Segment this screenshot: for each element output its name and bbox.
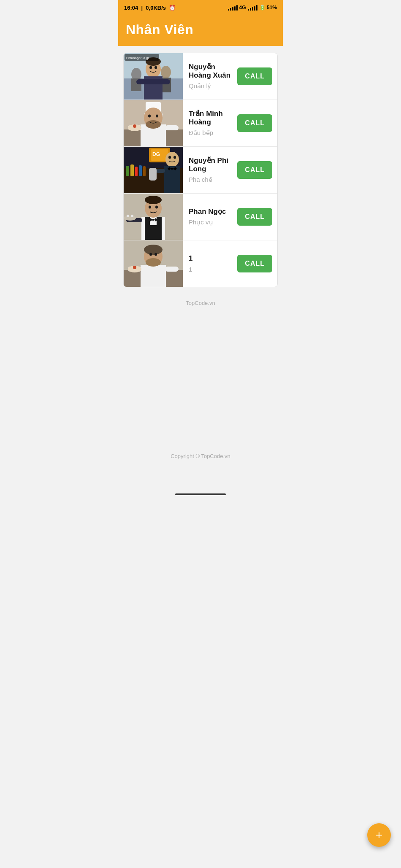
employee-photo-2 [124, 100, 183, 146]
employee-photo-5 [124, 240, 183, 287]
employee-row: DG [124, 147, 277, 194]
status-network: 0,0KB/s [146, 5, 166, 11]
employee-photo-1: r manager là gì [124, 53, 183, 100]
svg-point-22 [146, 120, 161, 129]
svg-text:DG: DG [152, 151, 160, 157]
svg-point-62 [127, 215, 129, 217]
network-type: 4G [239, 5, 246, 11]
svg-point-23 [148, 115, 151, 118]
svg-rect-36 [135, 167, 138, 176]
svg-point-24 [156, 115, 158, 118]
signal-icon-2 [248, 5, 257, 11]
employee-name-4: Phan Ngọc [189, 208, 233, 216]
call-button-5[interactable]: CALL [237, 255, 272, 272]
employee-info-1: Nguyễn Hoàng Xuân Quản lý [183, 58, 237, 95]
svg-rect-35 [130, 164, 134, 176]
svg-point-39 [165, 152, 179, 167]
employee-info-5: 1 1 [183, 249, 237, 278]
svg-point-45 [173, 156, 176, 159]
employee-role-5: 1 [189, 266, 233, 273]
employee-role-1: Quản lý [189, 82, 233, 90]
employee-info-4: Phan Ngọc Phục vụ [183, 202, 237, 231]
call-button-4[interactable]: CALL [237, 208, 272, 226]
svg-point-68 [144, 245, 163, 255]
svg-rect-37 [139, 165, 142, 176]
employee-name-3: Nguyễn Phi Long [189, 156, 233, 174]
call-button-3[interactable]: CALL [237, 161, 272, 179]
employee-row: 1 1 CALL [124, 240, 277, 287]
svg-rect-47 [149, 168, 157, 181]
svg-point-76 [133, 266, 136, 269]
copyright-text: Copyright © TopCode.vn [171, 453, 230, 459]
svg-rect-69 [141, 265, 166, 287]
brand-footer: TopCode.vn [123, 287, 278, 310]
status-time: 16:04 [124, 5, 138, 11]
status-bar: 16:04 | 0,0KB/s ⏰ 4G 🔋 51% [118, 0, 283, 15]
svg-point-11 [154, 66, 157, 69]
battery-indicator: 🔋 51% [259, 5, 277, 11]
employee-row: Trần Minh Hoàng Đầu bếp CALL [124, 100, 277, 147]
svg-rect-40 [164, 166, 180, 193]
svg-point-44 [168, 156, 171, 159]
status-right: 4G 🔋 51% [228, 5, 277, 11]
empty-space [118, 317, 283, 444]
employee-info-3: Nguyễn Phi Long Pha chế [183, 151, 237, 189]
home-indicator [175, 493, 226, 495]
svg-point-72 [146, 258, 161, 267]
svg-point-10 [149, 66, 152, 69]
employee-info-2: Trần Minh Hoàng Đầu bếp [183, 105, 237, 142]
employee-role-3: Pha chế [189, 176, 233, 183]
svg-point-59 [155, 206, 158, 209]
employee-photo-4 [124, 194, 183, 240]
employee-name-5: 1 [189, 254, 233, 263]
svg-point-28 [133, 124, 136, 128]
employee-card: r manager là gì Nguyễn Hoàng Xuân Quản l… [123, 53, 278, 287]
status-time-network: 16:04 | 0,0KB/s ⏰ [124, 5, 176, 11]
svg-rect-43 [171, 168, 173, 170]
svg-rect-38 [143, 166, 146, 176]
svg-rect-55 [152, 219, 154, 221]
svg-point-71 [154, 253, 157, 256]
page-title: Nhân Viên [126, 22, 275, 38]
svg-rect-46 [156, 169, 165, 173]
brand-label: TopCode.vn [186, 300, 215, 306]
svg-point-63 [131, 215, 133, 217]
svg-point-57 [145, 196, 162, 204]
svg-point-61 [124, 216, 136, 221]
svg-rect-34 [126, 166, 129, 176]
svg-rect-74 [165, 267, 179, 272]
employee-row: Phan Ngọc Phục vụ CALL [124, 194, 277, 240]
page-header: Nhân Viên [118, 15, 283, 46]
svg-rect-9 [136, 79, 170, 84]
svg-point-58 [149, 206, 151, 209]
employee-photo-3: DG [124, 147, 183, 193]
svg-point-70 [149, 253, 152, 256]
signal-icon [228, 5, 238, 11]
employee-row: r manager là gì Nguyễn Hoàng Xuân Quản l… [124, 53, 277, 100]
employee-role-2: Đầu bếp [189, 129, 233, 137]
svg-rect-26 [165, 125, 179, 130]
call-button-1[interactable]: CALL [237, 67, 272, 85]
copyright-footer: Copyright © TopCode.vn [118, 444, 283, 460]
call-button-2[interactable]: CALL [237, 114, 272, 132]
svg-text:r manager là gì: r manager là gì [126, 56, 149, 60]
employee-list-container: r manager là gì Nguyễn Hoàng Xuân Quản l… [118, 46, 283, 317]
employee-name-1: Nguyễn Hoàng Xuân [189, 63, 233, 80]
employee-name-2: Trần Minh Hoàng [189, 110, 233, 127]
employee-role-4: Phục vụ [189, 218, 233, 226]
home-indicator-container [118, 493, 283, 505]
